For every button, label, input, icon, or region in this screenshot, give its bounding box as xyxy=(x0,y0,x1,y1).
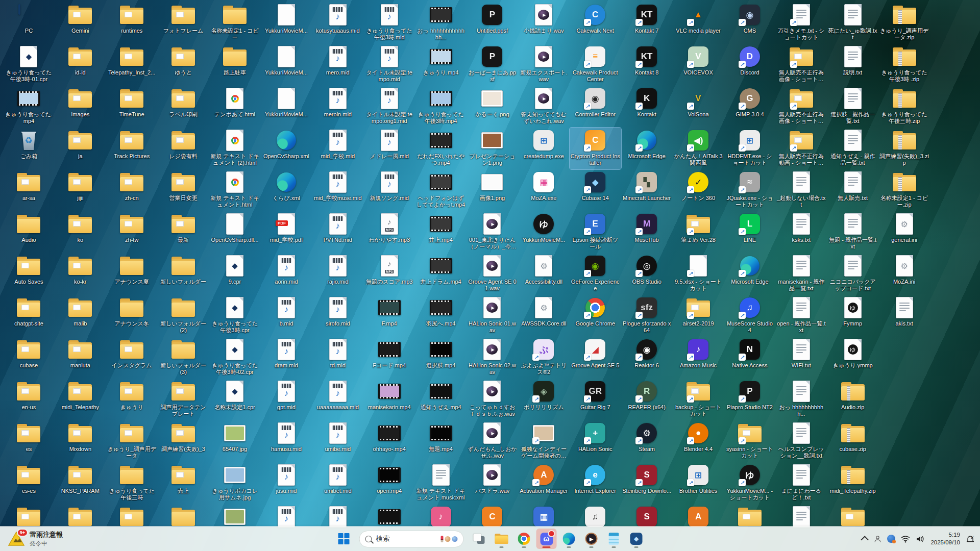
desktop-icon[interactable]: ◆きゅうり食ってた午後3時-02.cpr xyxy=(209,337,261,379)
desktop-icon[interactable]: ▶新規エクスポート.wav xyxy=(518,44,570,86)
desktop-icon[interactable]: ▚↗Minecraft Launcher xyxy=(621,169,673,211)
desktop-icon[interactable]: NKSC_PARAM xyxy=(55,462,106,504)
desktop-icon[interactable]: ♪aorin.mid xyxy=(260,253,312,295)
desktop-icon[interactable]: ksks.txt xyxy=(775,211,827,253)
desktop-icon[interactable]: malib xyxy=(55,295,106,337)
desktop-icon[interactable]: Audio.zip xyxy=(827,379,878,420)
desktop-icon[interactable]: YukkuriMovieM... xyxy=(260,86,312,128)
desktop-icon[interactable]: ▶ずんだもん_しおかぜふ.wav xyxy=(467,420,518,462)
desktop-icon[interactable]: ♪きゅうり食ってた午後3時.mid xyxy=(363,2,415,44)
taskbar-app-file-explorer[interactable] xyxy=(492,529,512,549)
desktop-icon[interactable]: ⊞↗Brother Utilities xyxy=(673,462,724,504)
desktop-icon[interactable]: プレゼンテーション1.png xyxy=(467,128,518,169)
desktop-icon[interactable]: C↗Crypton Product Installer xyxy=(570,128,621,169)
desktop-icon[interactable]: きゅうり食ってた午後3時 .zip xyxy=(878,44,930,86)
desktop-icon[interactable]: en-us xyxy=(3,379,55,420)
desktop-icon[interactable]: R↗REAPER (x64) xyxy=(621,379,673,420)
desktop-icon[interactable]: ar-sa xyxy=(3,169,55,211)
desktop-icon[interactable]: ♪kotusytuaaus.mid xyxy=(312,2,363,44)
desktop-icon[interactable]: ◆きゅうり食ってた午後3時.cpr xyxy=(209,295,261,337)
desktop-icon[interactable]: 説明.txt xyxy=(827,44,878,86)
desktop-icon[interactable]: ♻ごみ箱 xyxy=(3,128,55,169)
desktop-icon[interactable]: ♪jusu.mid xyxy=(260,462,312,504)
desktop-icon[interactable]: ▶小銭詰まり.wav xyxy=(518,2,570,44)
desktop-icon[interactable]: アナウンス夏 xyxy=(106,253,158,295)
desktop-icon[interactable]: 最新 xyxy=(158,211,209,253)
desktop-icon[interactable]: 65407.jpg xyxy=(209,420,261,462)
desktop-icon[interactable]: Pおーばーまにあ.ppsf xyxy=(467,44,518,86)
desktop-icon[interactable]: かるーく.png xyxy=(467,86,518,128)
taskbar-app-google-chrome[interactable] xyxy=(514,529,534,549)
desktop-icon[interactable]: ko-kr xyxy=(55,253,106,295)
desktop-icon[interactable]: ↗9.5.xlsx - ショートカット xyxy=(673,253,724,295)
desktop-icon[interactable]: ♪gpt.mid xyxy=(260,379,312,420)
desktop-icon[interactable]: OpenCvSharp.dll... xyxy=(209,211,261,253)
taskbar-app-media-player[interactable]: ▶ xyxy=(581,529,602,549)
start-button[interactable] xyxy=(334,529,354,549)
desktop-icon[interactable]: まにまにわーるど！.txt xyxy=(775,462,827,504)
desktop-icon[interactable]: e↗Internet Explorer xyxy=(570,462,621,504)
desktop-icon[interactable]: cubase.zip xyxy=(827,420,878,462)
desktop-icon[interactable]: きゅうり_調声用データ.zip xyxy=(878,2,930,44)
taskbar-search-box[interactable]: 検索 xyxy=(359,531,464,547)
desktop-icon[interactable]: ♫↗MuseScore Studio 4 xyxy=(724,295,775,337)
desktop-icon[interactable]: 井上.mp4 xyxy=(415,211,467,253)
desktop-icon[interactable]: ♪umibe.mid xyxy=(312,420,363,462)
desktop-icon[interactable]: ゆうと xyxy=(158,44,209,86)
desktop-icon[interactable]: 新しいフォルダー (3) xyxy=(158,337,209,379)
desktop-icon[interactable]: P↗Piapro Studio NT2 xyxy=(724,379,775,420)
weather-widget[interactable]: 9+ 雷雨注意報 発令中 xyxy=(4,527,67,551)
desktop-icon[interactable]: GR↗Guitar Rig 7 xyxy=(570,379,621,420)
desktop-icon[interactable]: open.mp4 xyxy=(363,462,415,504)
desktop-icon[interactable]: ◆きゅうり食ってた午後3時-01.cpr xyxy=(3,44,55,86)
desktop-icon[interactable]: 無題 - 親作品一覧.txt xyxy=(827,211,878,253)
desktop-icon[interactable]: Audio xyxy=(3,211,55,253)
desktop-icon[interactable]: ◆9.cpr xyxy=(209,253,261,295)
desktop-icon[interactable]: Telepathy_Inst_2... xyxy=(106,44,158,86)
desktop-icon[interactable]: 営業日変更 xyxy=(158,169,209,211)
desktop-icon[interactable]: 調声練習(失敗)_3 xyxy=(158,420,209,462)
desktop-icon[interactable]: ラベル印刷 xyxy=(158,86,209,128)
desktop-icon[interactable]: ♪meroin.mid xyxy=(312,86,363,128)
desktop-icon[interactable]: ▲↗VLC media player xyxy=(673,2,724,44)
desktop-icon[interactable]: D↗Discord xyxy=(724,44,775,86)
tray-app-sphere-icon[interactable] xyxy=(887,535,895,543)
taskbar-app-task-view[interactable] xyxy=(469,529,489,549)
desktop-icon[interactable]: 新しいフォルダー (2) xyxy=(158,295,209,337)
desktop-icon[interactable]: ↗airset2-2019 xyxy=(673,295,724,337)
desktop-icon[interactable]: ↗syasinn - ショートカット xyxy=(724,420,775,462)
desktop-icon[interactable]: 新規 テキスト ドキュメント.musicxml xyxy=(415,462,467,504)
desktop-icon[interactable]: ♪MP3無題のスコア.mp3 xyxy=(363,253,415,295)
taskbar-app-discord[interactable]: ω xyxy=(536,529,557,549)
desktop-icon[interactable]: テンポあて.html xyxy=(209,86,261,128)
tray-bell-dnd-icon[interactable]: zz xyxy=(966,535,975,543)
taskbar-app-cubase[interactable]: ◆ xyxy=(626,529,647,549)
desktop-icon[interactable]: ◎↗OBS Studio xyxy=(621,253,673,295)
desktop-icon[interactable]: 路上駐車 xyxy=(209,44,261,86)
desktop-icon[interactable]: ♪↗Amazon Music xyxy=(673,337,724,379)
desktop-icon[interactable]: ▶001_東北きりたん（ノーマル）_今じゃ... xyxy=(467,211,518,253)
desktop-icon[interactable]: manisekarin.mp4 xyxy=(363,379,415,420)
desktop-icon[interactable]: midi_Telepathy.zip xyxy=(827,462,878,504)
desktop-icon[interactable]: 新規 テキスト ドキュメント.html xyxy=(209,169,261,211)
desktop-icon[interactable]: ↗万引きメモ.txt - ショートカット xyxy=(775,2,827,44)
desktop-icon[interactable]: ▶答え知っててもむずいわこれ.wav xyxy=(518,86,570,128)
desktop-icon[interactable]: 調声練習(失敗)_3.zip xyxy=(878,128,930,169)
desktop-icon[interactable]: 名称未設定1 - コピー.zip xyxy=(878,169,930,211)
tray-chevron-up-icon[interactable] xyxy=(863,536,868,542)
desktop-icon[interactable]: KT↗Kontakt 8 xyxy=(621,44,673,86)
desktop-icon[interactable]: ↗無人販売不正行為動画 - ショートカット xyxy=(775,128,827,169)
desktop-icon[interactable]: きゅうりボカコレ用サムネ.jpg xyxy=(209,462,261,504)
desktop-icon[interactable]: M↗MuseHub xyxy=(621,211,673,253)
desktop-icon[interactable]: ↗Google Chrome xyxy=(570,295,621,337)
desktop-icon[interactable]: ◉↗GeForce Experience xyxy=(570,253,621,295)
desktop-icon[interactable]: Images xyxy=(55,86,106,128)
desktop-icon[interactable]: ◉↗CMS xyxy=(724,2,775,44)
desktop-icon[interactable]: 無人販売.txt xyxy=(827,169,878,211)
desktop-icon[interactable]: 通知うぜえ.mp4 xyxy=(415,379,467,420)
desktop-icon[interactable]: 羽尻へ.mp4 xyxy=(415,295,467,337)
desktop-icon[interactable]: ↗backup - ショートカット xyxy=(673,379,724,420)
desktop-icon[interactable]: midi_Telepathy xyxy=(55,379,106,420)
desktop-icon[interactable]: ↗Microsoft Edge xyxy=(621,128,673,169)
desktop-icon[interactable]: ♪mero.mid xyxy=(312,44,363,86)
